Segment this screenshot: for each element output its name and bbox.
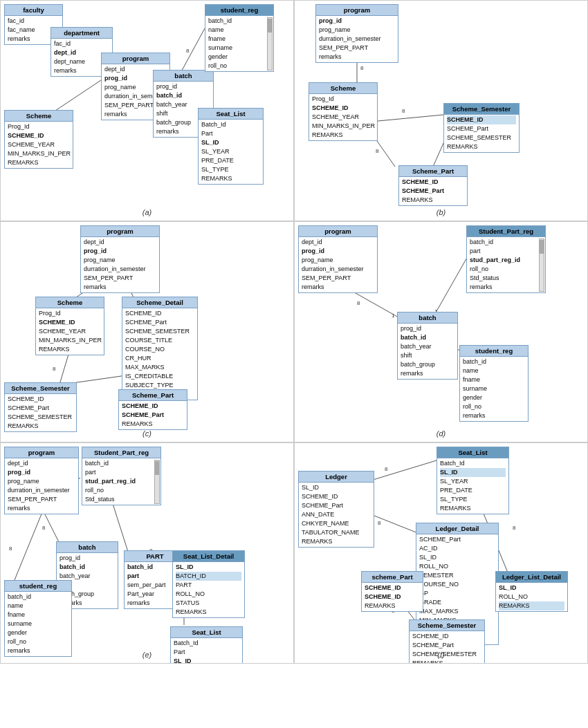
entity-header-ledger-f: Ledger	[299, 472, 374, 483]
entity-seat-list-e: Seat_List Batch_Id Part SL_ID SL_YEAR PR…	[170, 626, 243, 664]
entity-body-scheme-part-c: SCHEME_ID SCHEME_Part REMARKS	[119, 401, 187, 429]
entity-header-seat-list-e: Seat_List	[171, 627, 242, 638]
entity-body-scheme-semester-c: SCHEME_ID SCHEME_Part SCHEME_SEMESTER RE…	[5, 394, 76, 431]
entity-seat-list-f: Seat_List Batch_Id SL_ID SL_YEAR PRE_DAT…	[437, 447, 509, 514]
svg-text:8: 8	[513, 525, 516, 531]
svg-text:8: 8	[53, 366, 56, 372]
entity-body-seat-list-detail-e: SL_ID BATCH_ID PART ROLL_NO STATUS REMAR…	[173, 562, 244, 617]
cell-label-c: (c)	[143, 429, 151, 438]
entity-program-e: program dept_id prog_id prog_name durrat…	[4, 447, 79, 514]
entity-scheme-part-f: scheme_Part SCHEME_ID SCHEME_ID REMARKS	[361, 571, 423, 612]
entity-body-scheme-semester-b: SCHEME_ID SCHEME_Part SCHEME_SEMESTER RE…	[444, 115, 519, 152]
entity-body-seat-list-e: Batch_Id Part SL_ID SL_YEAR PRE_DATE SL_…	[171, 638, 242, 664]
entity-body-seat-list-a: Batch_Id Part SL_ID SL_YEAR PRE_DATE SL_…	[199, 120, 263, 184]
entity-scheme-a: Scheme Prog_Id SCHEME_ID SCHEME_YEAR MIN…	[4, 110, 73, 169]
svg-text:1: 1	[392, 312, 395, 319]
entity-body-program-c: dept_id prog_id prog_name durration_in_s…	[81, 237, 159, 292]
entity-header-scheme-c: Scheme	[36, 297, 104, 308]
diagram-cell-e: 8 8 8 8 8 program dept_id prog_id prog_n…	[0, 442, 294, 664]
svg-line-6	[179, 28, 205, 75]
entity-batch-d: batch prog_id batch_id batch_year shift …	[397, 312, 458, 380]
entity-header-scheme-part-f: scheme_Part	[362, 572, 423, 583]
entity-ledger-f: Ledger SL_ID SCHEME_ID SCHEME_Part ANN_D…	[298, 471, 374, 548]
entity-header-student-part-reg-d: Student_Part_reg	[467, 226, 545, 237]
diagram-cell-a: 8 8 8 8 faculty fac_id fac_	[0, 0, 294, 221]
entity-header-scheme-semester-c: Scheme_Semester	[5, 383, 76, 394]
entity-header-batch-e: batch	[57, 542, 118, 553]
entity-scheme-c: Scheme Prog_Id SCHEME_ID SCHEME_YEAR MIN…	[35, 297, 104, 355]
entity-header-student-reg-a: student_reg	[205, 5, 273, 16]
scrollbar-d[interactable]	[539, 239, 544, 292]
entity-student-reg-a: student_reg batch_id name fname surname …	[205, 4, 274, 72]
entity-body-student-part-reg-d: batch_id part stud_part_reg_id roll_no S…	[467, 237, 545, 292]
entity-body-ledger-f: SL_ID SCHEME_ID SCHEME_Part ANN_DATE CHK…	[299, 483, 374, 547]
entity-header-seat-list-detail-e: Seat_List_Detail	[173, 551, 244, 562]
entity-header-student-part-reg-e: Student_Part_reg	[82, 447, 160, 458]
entity-header-seat-list-f: Seat_List	[437, 447, 508, 458]
entity-header-ledger-detail-f: Ledger_Detail	[416, 523, 498, 534]
entity-student-reg-d: student_reg batch_id name fname surname …	[459, 345, 529, 422]
entity-seat-list-detail-e: Seat_List_Detail SL_ID BATCH_ID PART ROL…	[172, 550, 245, 618]
diagram-cell-f: 8 8 8 8 8 Seat_List Batch_Id	[294, 442, 588, 664]
entity-program-b: program prog_id prog_name durration_in_s…	[315, 4, 398, 63]
entity-header-student-reg-e: student_reg	[5, 581, 71, 592]
entity-body-scheme-b: Prog_Id SCHEME_ID SCHEME_YEAR MIN_MARKS_…	[309, 94, 377, 140]
svg-text:8: 8	[42, 525, 46, 531]
entity-body-program-e: dept_id prog_id prog_name durration_in_s…	[5, 458, 78, 514]
entity-body-scheme-part-b: SCHEME_ID SCHEME_Part REMARKS	[399, 177, 467, 205]
scrollbar-e[interactable]	[154, 460, 160, 504]
main-container: 8 8 8 8 faculty fac_id fac_	[0, 0, 588, 728]
entity-scheme-detail-c: Scheme_Detail SCHEME_ID SCHEME_Part SCHE…	[122, 297, 198, 400]
entity-header-scheme-part-c: Scheme_Part	[119, 390, 187, 401]
entity-body-seat-list-f: Batch_Id SL_ID SL_YEAR PRE_DATE SL_TYPE …	[437, 458, 508, 514]
entity-body-scheme-a: Prog_Id SCHEME_ID SCHEME_YEAR MIN_MARKS_…	[5, 122, 73, 168]
entity-body-scheme-c: Prog_Id SCHEME_ID SCHEME_YEAR MIN_MARKS_…	[36, 308, 104, 355]
svg-text:8: 8	[357, 300, 360, 306]
entity-scheme-part-c: Scheme_Part SCHEME_ID SCHEME_Part REMARK…	[118, 389, 187, 430]
svg-text:8: 8	[378, 520, 381, 526]
cell-label-f: (f)	[437, 651, 444, 659]
entity-program-d: program dept_id prog_id prog_name durrat…	[298, 225, 378, 293]
entity-header-scheme-b: Scheme	[309, 83, 377, 94]
entity-header-program-e: program	[5, 447, 78, 458]
entity-header-department: department	[51, 28, 112, 39]
svg-line-43	[15, 512, 42, 580]
entity-header-batch-a: batch	[154, 71, 213, 82]
diagram-cell-b: 8 8 8 program prog_id prog_name durratio…	[294, 0, 588, 221]
entity-header-program-d: program	[299, 226, 377, 237]
entity-body-program-b: prog_id prog_name durration_in_semester …	[316, 16, 398, 62]
entity-body-student-reg-d: batch_id name fname surname gender roll_…	[460, 357, 528, 421]
svg-text:8: 8	[376, 148, 379, 154]
entity-header-scheme-semester-f: Scheme_Semester	[410, 620, 484, 631]
entity-header-student-reg-d: student_reg	[460, 346, 528, 357]
diagram-grid: 8 8 8 8 faculty fac_id fac_	[0, 0, 588, 664]
diagram-cell-c: 8 8 8 8 program dept_id prog_id prog_nam…	[0, 221, 294, 442]
entity-body-student-reg-a: batch_id name fname surname gender roll_…	[205, 16, 273, 71]
svg-text:8: 8	[186, 48, 190, 54]
entity-scheme-semester-b: Scheme_Semester SCHEME_ID SCHEME_Part SC…	[443, 103, 520, 153]
svg-text:8: 8	[360, 65, 364, 71]
entity-header-program-b: program	[316, 5, 398, 16]
entity-scheme-semester-c: Scheme_Semester SCHEME_ID SCHEME_Part SC…	[4, 382, 77, 432]
svg-text:8: 8	[402, 108, 405, 114]
entity-body-student-reg-e: batch_id name fname surname gender roll_…	[5, 592, 71, 656]
entity-student-part-reg-e: Student_Part_reg batch_id part stud_part…	[82, 447, 161, 505]
entity-scheme-semester-f: Scheme_Semester SCHEME_ID SCHEME_Part SC…	[409, 619, 485, 664]
entity-body-batch-d: prog_id batch_id batch_year shift batch_…	[398, 324, 457, 379]
entity-student-part-reg-d: Student_Part_reg batch_id part stud_part…	[466, 225, 546, 293]
cell-label-a: (a)	[143, 208, 151, 216]
entity-body-scheme-detail-c: SCHEME_ID SCHEME_Part SCHEME_SEMESTER CO…	[122, 308, 197, 400]
entity-header-ledger-list-detail-f: Ledger_List_Detail	[496, 572, 567, 583]
entity-header-scheme-a: Scheme	[5, 111, 73, 122]
entity-header-scheme-semester-b: Scheme_Semester	[444, 104, 519, 115]
entity-program-c: program dept_id prog_id prog_name durrat…	[80, 225, 160, 293]
entity-header-scheme-part-b: Scheme_Part	[399, 166, 467, 177]
scrollbar-a[interactable]	[267, 17, 273, 71]
cell-label-d: (d)	[437, 429, 445, 438]
entity-body-student-part-reg-e: batch_id part stud_part_reg_id roll_no S…	[82, 458, 160, 505]
svg-text:8: 8	[385, 466, 388, 472]
svg-line-12	[371, 115, 443, 122]
entity-scheme-part-b: Scheme_Part SCHEME_ID SCHEME_Part REMARK…	[398, 165, 468, 206]
entity-body-ledger-list-detail-f: SL_ID ROLL_NO REMARKS	[496, 583, 567, 611]
entity-student-reg-e: student_reg batch_id name fname surname …	[4, 580, 72, 657]
